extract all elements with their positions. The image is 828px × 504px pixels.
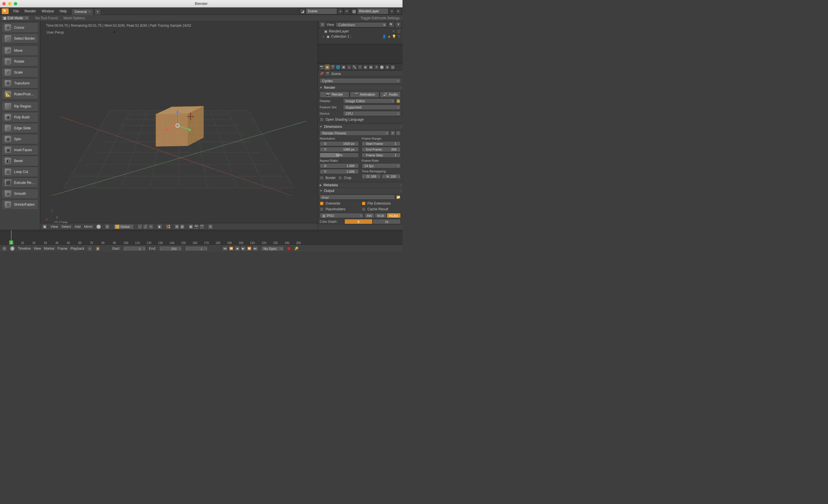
tool-cursor[interactable]: ⊕Cursor [2,22,38,33]
tool-poly-build[interactable]: ◆Poly Build [2,112,38,123]
remap-new-field[interactable]: N: 100 [381,174,401,179]
auto-keyframe-button[interactable] [287,246,291,250]
sync-dropdown[interactable]: No Sync [261,246,284,251]
tool-edge-slide[interactable]: ⟋Edge Slide [2,123,38,133]
tl-menu-view[interactable]: View [34,246,41,250]
lock-interface-icon[interactable]: 🔒 [396,98,401,103]
tab-world-icon[interactable]: 🌐 [335,65,341,70]
res-y-field[interactable]: Y:1080 px [320,147,359,152]
play-reverse-button[interactable]: ◀ [234,246,240,251]
keyframe-prev-button[interactable]: ⏪ [228,246,234,251]
pause-icon[interactable]: ⏸ [208,224,213,229]
feature-set-dropdown[interactable]: Supported [343,104,401,110]
tool-bevel[interactable]: ◧Bevel [2,156,38,166]
tool-extrude-region[interactable]: ⬛Extrude Region [2,178,38,188]
timeline-sphere-icon[interactable] [10,246,15,251]
aspect-y-field[interactable]: Y:1.000 [320,169,359,174]
color-mode-segments[interactable]: BW RGB RGBA [364,213,401,218]
visibility-icon[interactable]: 👤 [382,35,386,39]
vp-menu-select[interactable]: Select [61,225,71,229]
lock-range-icon[interactable]: 🔒 [95,246,100,251]
tool-rip-region[interactable]: ⬚Rip Region [2,101,38,111]
renderlayer-selector[interactable]: ▦ RenderLayer + × [351,8,401,14]
render-engine-dropdown[interactable]: Cycles [320,78,401,83]
tool-shrink-fatten[interactable]: ⇕Shrink/Fatten [2,199,38,210]
edge-select-icon[interactable]: ╱ [143,224,148,229]
layer-browse-icon[interactable]: ▦ [351,8,357,14]
mode-dropdown[interactable]: ▦Edit Mode [1,15,30,21]
placeholders-checkbox[interactable] [320,207,324,211]
outliner-filter-icon[interactable]: ⧩ [396,22,401,27]
vp-menu-mesh[interactable]: Mesh [84,225,92,229]
display-dropdown[interactable]: Image Editor [343,98,395,103]
audio-button[interactable]: 🔊Audio [380,91,401,98]
shading-sphere-icon[interactable] [96,224,101,229]
panel-output-header[interactable]: ▼Output::: [318,188,403,193]
tab-extra2-icon[interactable]: ▨ [390,65,395,70]
editor-type-icon[interactable]: ▣ [42,224,47,229]
tool-inset-faces[interactable]: ▣Inset Faces [2,145,38,155]
overlay2-icon[interactable]: ▤ [180,224,185,229]
render-visible-icon[interactable]: ▽ [397,35,401,39]
mesh-select-mode[interactable]: ▫ ╱ ▪ [137,224,154,229]
border-checkbox[interactable] [320,176,324,180]
jump-end-button[interactable]: ⏭ [252,246,258,251]
workspace-tab-general[interactable]: General × [71,9,93,15]
panel-metadata-header[interactable]: ▶Metadata::: [318,182,403,188]
frame-step-field[interactable]: Frame Step:1 [362,152,401,158]
scene-selector[interactable]: ◪ Scene + × [299,8,350,14]
play-button[interactable]: ▶ [240,246,246,251]
tab-renderlayers-icon[interactable]: ▦ [325,65,330,70]
overwrite-checkbox[interactable]: ✓ [320,201,324,205]
osl-checkbox[interactable] [320,118,324,122]
tool-rotate[interactable]: ◎Rotate [2,56,38,67]
layer-name-field[interactable]: RenderLayer [357,8,389,14]
layer-delete-button[interactable]: × [395,8,401,14]
3d-viewport[interactable]: Time:00:04.70 | Remaining:00:01.75 | Mem… [40,21,318,230]
outliner-editor-icon[interactable]: ☰ [320,22,325,27]
rgb-button[interactable]: RGB [375,213,387,218]
tab-scene-icon[interactable]: 🎬 [330,65,335,70]
render-icon[interactable]: 🎬 [199,224,204,229]
render-button[interactable]: 📷Render [320,91,349,98]
tab-particles-icon[interactable]: ✦ [374,65,379,70]
tool-loop-cut[interactable]: ⊞Loop Cut [2,167,38,177]
camera-icon[interactable]: 📷 [194,224,199,229]
depth-16-button[interactable]: 16 [373,219,401,224]
keying-set-icon[interactable]: 🔑 [294,246,299,251]
proportional-edit-icon[interactable]: ◉ [157,224,162,229]
panel-render-header[interactable]: ▼Render::: [318,85,403,90]
keyframe-next-button[interactable]: ⏩ [246,246,252,251]
layer-add-button[interactable]: + [389,8,395,14]
tool-select-border[interactable]: ▢Select Border [2,33,38,44]
window-maximize-button[interactable] [14,2,17,5]
tool-move[interactable]: ↗Move [2,45,38,56]
scene-delete-button[interactable]: × [343,8,350,14]
tool-spin[interactable]: ◉Spin [2,134,38,144]
timeline-editor-icon[interactable]: ◷ [2,246,7,251]
toggle-editmode-settings[interactable]: Toggle Editmode Settings [361,16,403,20]
tl-menu-frame[interactable]: Frame [57,246,68,250]
pin-icon[interactable]: 📌 [320,72,324,76]
workspace-close-icon[interactable]: × [89,9,90,15]
tab-texture-icon[interactable]: ▦ [368,65,373,70]
tl-menu-playback[interactable]: Playback [71,246,85,250]
folder-browse-icon[interactable]: 📁 [396,194,401,200]
current-frame-field[interactable]: 1 [185,246,208,251]
crop-checkbox[interactable] [338,176,342,180]
outliner-row-renderlayer[interactable]: ▦ RenderLayer ↖☑ [319,29,401,34]
viewport-visible-icon[interactable]: 💡 [392,35,396,39]
start-frame-field[interactable]: Start Frame:1 [362,141,401,146]
device-dropdown[interactable]: CPU [343,111,401,116]
layer-icon[interactable]: ▦ [188,224,194,229]
aspect-x-field[interactable]: X:1.000 [320,163,359,168]
vp-menu-view[interactable]: View [51,225,58,229]
filext-checkbox[interactable]: ✓ [362,201,366,205]
scene-browse-icon[interactable]: ◪ [299,8,305,14]
tool-smooth[interactable]: ●Smooth [2,188,38,199]
jump-start-button[interactable]: ⏮ [222,246,228,251]
outliner-menu-view[interactable]: View [327,23,334,27]
preset-remove-button[interactable]: − [396,131,401,136]
render-presets-dropdown[interactable]: Render Presets [320,131,389,136]
tab-material-icon[interactable]: ◉ [363,65,368,70]
